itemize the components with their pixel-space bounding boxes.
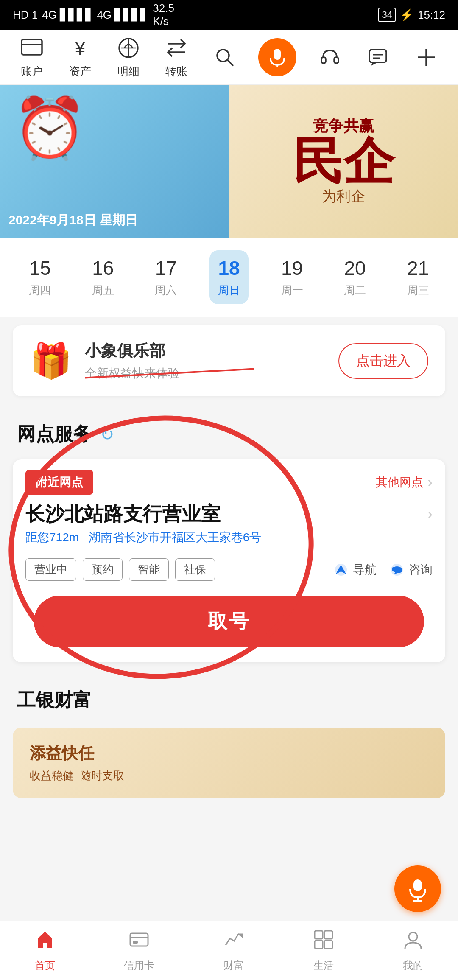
plus-button[interactable] [411, 42, 441, 72]
branch-name: 长沙北站路支行营业室 [25, 501, 221, 527]
bottom-nav-home[interactable]: 首页 [26, 925, 64, 977]
bottom-nav-life[interactable]: 生活 [304, 925, 343, 977]
svg-point-8 [217, 50, 229, 62]
svg-rect-27 [315, 931, 323, 939]
club-text: 小象俱乐部 全新权益快来体验 [85, 340, 180, 381]
club-card: 🎁 小象俱乐部 全新权益快来体验 点击进入 [13, 325, 445, 396]
wealth-section: 工银财富 [0, 675, 458, 721]
time-display: 15:12 [418, 8, 445, 22]
club-enter-button[interactable]: 点击进入 [338, 343, 428, 379]
branch-detail-arrow[interactable]: › [427, 505, 433, 523]
banner-date: 2022年9月18日 星期日 [8, 212, 138, 229]
refresh-button[interactable]: ↻ [100, 425, 114, 444]
chat-button[interactable] [363, 42, 393, 72]
credit-icon [128, 929, 150, 955]
consult-button[interactable]: 咨询 [389, 562, 433, 578]
branch-distance: 距您712m [25, 531, 79, 544]
charging-icon: ⚡ [400, 8, 413, 22]
tag-reserve: 预约 [83, 558, 123, 581]
cal-day-16[interactable]: 16 周五 [84, 250, 123, 304]
credit-label: 信用卡 [124, 959, 154, 972]
cal-day-15[interactable]: 15 周四 [20, 250, 59, 304]
svg-rect-13 [334, 57, 338, 63]
navigate-button[interactable]: 导航 [333, 562, 377, 578]
bottom-nav-credit[interactable]: 信用卡 [115, 925, 163, 977]
tag-social: 社保 [175, 558, 215, 581]
product-banner[interactable]: 添益快任 收益稳健 随时支取 [13, 728, 445, 798]
tags-actions-row: 营业中 预约 智能 社保 导航 咨询 [13, 552, 445, 591]
top-nav: 账户 ¥ 资产 明细 转账 [0, 30, 458, 85]
wealth-label: 财富 [223, 959, 244, 972]
svg-rect-21 [413, 879, 422, 891]
account-label: 账户 [21, 64, 43, 79]
banner-right[interactable]: 竞争共赢 民企 为利企 [229, 85, 458, 238]
status-left: HD 1 4G ▋▋▋▋ 4G ▋▋▋▋ 32.5K/s [13, 2, 174, 28]
nav-detail[interactable]: 明细 [114, 35, 143, 79]
product-tag-1: 收益稳健 [30, 768, 74, 783]
svg-rect-26 [133, 941, 138, 944]
assets-label: 资产 [69, 64, 91, 79]
life-label: 生活 [313, 959, 334, 972]
product-name: 添益快任 [30, 742, 124, 764]
take-number-button[interactable]: 取号 [34, 596, 424, 647]
branch-address: 距您712m 湖南省长沙市开福区大王家巷6号 [13, 527, 445, 552]
svg-rect-14 [369, 50, 386, 62]
headset-button[interactable] [315, 42, 345, 72]
svg-line-9 [227, 60, 233, 66]
search-button[interactable] [210, 42, 240, 72]
bottom-nav-wealth[interactable]: 财富 [215, 925, 253, 977]
cal-day-20[interactable]: 20 周二 [335, 250, 374, 304]
bottom-nav: 首页 信用卡 财富 生活 [0, 921, 458, 980]
status-right: 34 ⚡ 15:12 [378, 8, 445, 22]
wealth-icon [223, 929, 244, 955]
club-left: 🎁 小象俱乐部 全新权益快来体验 [30, 340, 180, 381]
transfer-icon [162, 35, 191, 61]
nav-assets[interactable]: ¥ 资产 [65, 35, 95, 79]
svg-rect-30 [324, 941, 332, 949]
svg-rect-29 [315, 941, 323, 949]
branch-card: 附近网点 其他网点 › 长沙北站路支行营业室 › 距您712m 湖南省长沙市开福… [13, 459, 445, 662]
wealth-title: 工银财富 [17, 689, 92, 710]
cal-day-18-active[interactable]: 18 周日 [209, 250, 249, 304]
life-icon [313, 929, 334, 955]
other-branches-link[interactable]: 其他网点 › [376, 473, 433, 491]
assets-icon: ¥ [65, 35, 95, 61]
branch-service-title: 网点服务 [17, 422, 92, 447]
tag-open: 营业中 [25, 558, 76, 581]
svg-rect-24 [130, 933, 148, 946]
status-bar: HD 1 4G ▋▋▋▋ 4G ▋▋▋▋ 32.5K/s 34 ⚡ 15:12 [0, 0, 458, 30]
account-icon [17, 35, 47, 61]
consult-label: 咨询 [409, 562, 433, 578]
product-info: 添益快任 收益稳健 随时支取 [30, 742, 124, 783]
voice-search-button[interactable] [258, 38, 296, 76]
cal-day-19[interactable]: 19 周一 [273, 250, 312, 304]
voice-fab-button[interactable] [394, 865, 441, 912]
branch-addr-text: 湖南省长沙市开福区大王家巷6号 [89, 531, 262, 544]
cal-day-17[interactable]: 17 周六 [146, 250, 185, 304]
bottom-nav-mine[interactable]: 我的 [394, 925, 432, 977]
signal-info: 4G ▋▋▋▋ 4G ▋▋▋▋ [42, 8, 148, 22]
svg-text:¥: ¥ [75, 38, 86, 59]
product-tags: 收益稳健 随时支取 [30, 768, 124, 783]
detail-label: 明细 [117, 64, 140, 79]
product-tag-2: 随时支取 [80, 768, 124, 783]
calendar-strip: 15 周四 16 周五 17 周六 18 周日 19 周一 20 周二 21 周… [0, 238, 458, 317]
branch-actions: 导航 咨询 [333, 562, 433, 578]
mine-label: 我的 [403, 959, 423, 972]
svg-rect-12 [321, 57, 326, 63]
svg-rect-0 [22, 39, 42, 55]
banner-area: ⏰ 2022年9月18日 星期日 竞争共赢 民企 为利企 [0, 85, 458, 238]
cal-day-21[interactable]: 21 周三 [399, 250, 438, 304]
banner-left[interactable]: ⏰ 2022年9月18日 星期日 [0, 85, 229, 238]
branch-tags: 营业中 预约 智能 社保 [25, 558, 215, 581]
svg-rect-10 [274, 49, 281, 60]
nav-account[interactable]: 账户 [17, 35, 47, 79]
branch-card-header: 附近网点 其他网点 › [13, 459, 445, 501]
speed-info: 32.5K/s [153, 2, 174, 28]
home-label: 首页 [35, 959, 55, 972]
nav-transfer[interactable]: 转账 [162, 35, 191, 79]
mine-icon [402, 929, 424, 955]
chevron-right-icon: › [427, 473, 433, 491]
navigate-label: 导航 [353, 562, 377, 578]
club-title: 小象俱乐部 [85, 340, 180, 362]
